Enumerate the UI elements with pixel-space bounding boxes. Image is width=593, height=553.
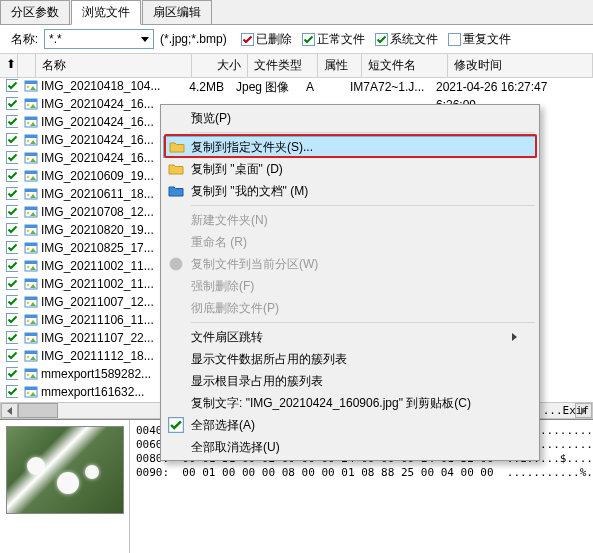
tab-sector[interactable]: 扇区编辑 (142, 0, 212, 24)
image-icon: IMG_20210424_16... (24, 133, 154, 147)
context-menu: 预览(P)复制到指定文件夹(S)...复制到 "桌面" (D)复制到 "我的文档… (160, 104, 540, 461)
col-short[interactable]: 短文件名 (362, 54, 448, 77)
menu-item[interactable]: 文件扇区跳转 (163, 326, 537, 348)
col-type[interactable]: 文件类型 (248, 54, 318, 77)
filter-row: 名称: *.* (*.jpg;*.bmp) 已删除正常文件系统文件重复文件 (0, 25, 593, 53)
row-checkbox[interactable] (0, 259, 18, 275)
menu-label: 复制到 "桌面" (D) (191, 161, 517, 178)
menu-item[interactable]: 复制文字: "IMG_20210424_160906.jpg" 到剪贴板(C) (163, 392, 537, 414)
menu-label: 显示文件数据所占用的簇列表 (191, 351, 517, 368)
filter-check-0[interactable]: 已删除 (241, 31, 292, 48)
row-checkbox[interactable] (0, 277, 18, 293)
filter-check-3[interactable]: 重复文件 (448, 31, 511, 48)
submenu-arrow-icon (512, 333, 517, 341)
menu-item: 强制删除(F) (163, 275, 537, 297)
menu-item: 复制文件到当前分区(W) (163, 253, 537, 275)
svg-point-11 (27, 103, 29, 105)
tab-partition[interactable]: 分区参数 (0, 0, 70, 24)
col-time[interactable]: 修改时间 (448, 54, 593, 77)
file-name: IMG_20210708_12... (41, 205, 154, 219)
row-checkbox[interactable] (0, 133, 18, 149)
svg-point-67 (27, 355, 29, 357)
svg-point-23 (27, 157, 29, 159)
image-icon: mmexport161632... (24, 385, 144, 399)
row-checkbox[interactable] (0, 349, 18, 365)
row-checkbox[interactable] (0, 295, 18, 311)
file-name: IMG_20211002_11... (41, 277, 154, 291)
menu-label: 强制删除(F) (191, 278, 517, 295)
menu-label: 文件扇区跳转 (191, 329, 512, 346)
menu-label: 全部选择(A) (191, 417, 517, 434)
image-icon: IMG_20211002_11... (24, 277, 154, 291)
menu-item[interactable]: 预览(P) (163, 107, 537, 129)
grid-header: ⬆ 名称 大小 文件类型 属性 短文件名 修改时间 (0, 53, 593, 78)
row-checkbox[interactable] (0, 79, 18, 95)
svg-point-7 (27, 85, 29, 87)
menu-label: 重命名 (R) (191, 234, 517, 251)
row-checkbox[interactable] (0, 97, 18, 113)
row-checkbox[interactable] (0, 187, 18, 203)
row-checkbox[interactable] (0, 151, 18, 167)
table-row[interactable]: IMG_20210418_104...4.2MBJpeg 图像AIM7A72~1… (0, 78, 593, 96)
col-attr[interactable]: 属性 (318, 54, 362, 77)
menu-label: 复制到 "我的文档" (M) (191, 183, 517, 200)
svg-rect-18 (25, 135, 37, 138)
svg-point-43 (27, 247, 29, 249)
file-short: IM7A72~1.J... (344, 80, 430, 94)
row-checkbox[interactable] (0, 223, 18, 239)
svg-rect-22 (25, 153, 37, 156)
menu-item[interactable]: 显示文件数据所占用的簇列表 (163, 348, 537, 370)
scroll-left-button[interactable] (1, 403, 18, 418)
file-name: mmexport161632... (41, 385, 144, 399)
menu-label: 复制文字: "IMG_20210424_160906.jpg" 到剪贴板(C) (191, 395, 517, 412)
folder-icon (168, 161, 184, 177)
menu-item[interactable]: 复制到 "我的文档" (M) (163, 180, 537, 202)
file-name: IMG_20210424_16... (41, 115, 154, 129)
image-icon: IMG_20210609_19... (24, 169, 154, 183)
menu-item: 新建文件夹(N) (163, 209, 537, 231)
name-filter-input[interactable]: *.* (44, 29, 154, 49)
menu-item[interactable]: 复制到 "桌面" (D) (163, 158, 537, 180)
image-icon: IMG_20211112_18... (24, 349, 154, 363)
row-checkbox[interactable] (0, 205, 18, 221)
menu-item[interactable]: 复制到指定文件夹(S)... (163, 136, 537, 158)
row-checkbox[interactable] (0, 169, 18, 185)
filter-check-1[interactable]: 正常文件 (302, 31, 365, 48)
file-size: 4.2MB (174, 80, 230, 94)
row-checkbox[interactable] (0, 367, 18, 383)
menu-item[interactable]: 全部选择(A) (163, 414, 537, 436)
svg-point-71 (27, 373, 29, 375)
menu-label: 复制到指定文件夹(S)... (191, 139, 517, 156)
folder-blue-icon (168, 183, 184, 199)
menu-label: 彻底删除文件(P) (191, 300, 517, 317)
menu-item[interactable]: 显示根目录占用的簇列表 (163, 370, 537, 392)
up-button[interactable]: ⬆ (0, 54, 18, 77)
col-name[interactable]: 名称 (36, 54, 192, 77)
folder-icon (169, 139, 185, 155)
tab-browse[interactable]: 浏览文件 (71, 0, 141, 25)
row-checkbox[interactable] (0, 241, 18, 257)
svg-point-27 (27, 175, 29, 177)
scroll-thumb[interactable] (18, 403, 58, 418)
svg-rect-3 (448, 33, 460, 45)
svg-point-75 (27, 391, 29, 393)
row-checkbox[interactable] (0, 115, 18, 131)
svg-rect-10 (25, 99, 37, 102)
svg-point-55 (27, 301, 29, 303)
menu-label: 新建文件夹(N) (191, 212, 517, 229)
file-name: IMG_20210424_16... (41, 151, 154, 165)
file-name: IMG_20210611_18... (41, 187, 154, 201)
menu-separator (191, 132, 535, 133)
file-time: 2021-04-26 16:27:47 (430, 80, 593, 94)
file-name: IMG_20210424_16... (41, 97, 154, 111)
col-size[interactable]: 大小 (192, 54, 248, 77)
image-icon: IMG_20211106_11... (24, 313, 154, 327)
row-checkbox[interactable] (0, 385, 18, 401)
svg-rect-6 (25, 81, 37, 84)
menu-item[interactable]: 全部取消选择(U) (163, 436, 537, 458)
image-icon: IMG_20210424_16... (24, 97, 154, 111)
row-checkbox[interactable] (0, 313, 18, 329)
chevron-down-icon (141, 37, 149, 42)
filter-check-2[interactable]: 系统文件 (375, 31, 438, 48)
row-checkbox[interactable] (0, 331, 18, 347)
